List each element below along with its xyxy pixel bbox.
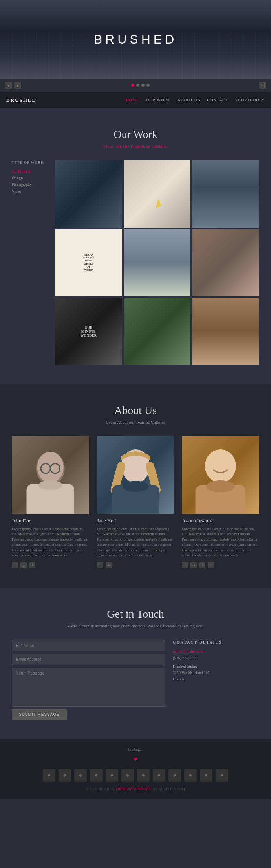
contact-address: 5250 Vanish Island 105 Ubilius <box>173 670 259 682</box>
dot-1[interactable] <box>131 84 134 87</box>
footer-icon-1[interactable]: ◆ <box>43 769 55 782</box>
ourwork-title: Our Work <box>12 128 259 141</box>
next-arrow[interactable]: › <box>14 82 21 89</box>
footer-icon-4[interactable]: ◆ <box>90 769 103 782</box>
email-input[interactable] <box>12 654 165 665</box>
svg-point-3 <box>38 480 62 490</box>
name-input[interactable] <box>12 640 165 651</box>
filter-video[interactable]: Video <box>12 189 47 193</box>
footer-heart: ♥ <box>8 756 263 763</box>
social-facebook-1[interactable]: f <box>29 562 35 568</box>
footer-loading: loading... <box>8 747 263 752</box>
work-item-5[interactable] <box>124 229 191 296</box>
work-item-4[interactable]: WE CANCLEARLYONLYWISELYWEPASSION <box>55 229 122 296</box>
contact-subtitle: We're currently accepting new client pro… <box>12 623 259 628</box>
member-1-socials: t p f <box>12 562 89 568</box>
thumb-water <box>124 229 191 296</box>
dot-3[interactable] <box>141 84 145 87</box>
footer-icon-12[interactable]: ◆ <box>216 769 228 782</box>
nav-home[interactable]: HOME <box>126 98 139 102</box>
team-photo-3 <box>182 436 259 514</box>
social-twitter-3[interactable]: t <box>182 562 188 568</box>
thumb-mountain <box>192 160 259 228</box>
footer-icon-3[interactable]: ◆ <box>74 769 87 782</box>
footer-icon-5[interactable]: ◆ <box>106 769 118 782</box>
social-linkedin-3[interactable]: in <box>190 562 197 568</box>
member-3-name: Joshua Insanus <box>182 518 259 524</box>
work-item-7[interactable]: ONEMINUTEWONDER <box>55 298 122 365</box>
work-item-6[interactable] <box>192 229 259 296</box>
nav-shortcodes[interactable]: SHORTCODES <box>235 98 265 102</box>
slider-controls: ‹ › ⛶ <box>0 79 271 92</box>
member-2-name: Jane Helf <box>97 518 174 524</box>
contact-section: Get in Touch We're currently accepting n… <box>0 588 271 739</box>
aboutus-section: About Us Learn About our Team & Culture.… <box>0 384 271 588</box>
slider-arrows: ‹ › <box>5 82 21 89</box>
work-item-9[interactable] <box>192 298 259 365</box>
social-twitter-1[interactable]: t <box>12 562 18 568</box>
filter-photography[interactable]: Photography <box>12 182 47 187</box>
contact-sidebar: CONTACT DETAILS hello@brushed.com (916) … <box>173 640 259 720</box>
hero-section: BRUSHED <box>0 0 271 79</box>
thumb-interior <box>124 160 191 228</box>
contact-email[interactable]: hello@brushed.com <box>173 649 259 653</box>
navbar-links: HOME OUR WORK ABOUT US CONTACT SHORTCODE… <box>126 98 265 102</box>
svg-point-12 <box>206 480 235 492</box>
team-photo-1 <box>12 436 89 514</box>
thumb-bw: ONEMINUTEWONDER <box>55 298 122 365</box>
navbar-brand: BRUSHED <box>6 97 37 103</box>
work-layout: TYPE OF WORK All Projects Design Photogr… <box>12 160 259 365</box>
social-twitter-2[interactable]: t <box>97 562 103 568</box>
prev-arrow[interactable]: ‹ <box>5 82 12 89</box>
aboutus-subtitle: Learn About our Team & Culture. <box>12 420 259 425</box>
social-skype-3[interactable]: s <box>199 562 205 568</box>
footer-icon-7[interactable]: ◆ <box>137 769 150 782</box>
subtitle-link[interactable]: Dribbble. <box>151 144 168 149</box>
sidebar-title: TYPE OF WORK <box>12 160 47 164</box>
member-3-desc: Lorem ipsum dolor sit amet, consectetur … <box>182 526 259 558</box>
social-instagram-2[interactable]: in <box>106 562 112 568</box>
filter-design[interactable]: Design <box>12 176 47 180</box>
social-pinterest-1[interactable]: p <box>20 562 27 568</box>
nav-aboutus[interactable]: ABOUT US <box>178 98 200 102</box>
ourwork-subtitle: Check Out Our Projects on Dribbble. <box>12 144 259 149</box>
subtitle-prefix: Check Out Our Projects on <box>103 144 150 149</box>
work-item-8[interactable] <box>124 298 191 365</box>
work-item-2[interactable] <box>124 160 191 228</box>
contact-form: SUBMIT MESSAGE <box>12 640 165 720</box>
member-2-desc: Lorem ipsum dolor sit amet, consectetur … <box>97 526 174 558</box>
footer-icon-2[interactable]: ◆ <box>59 769 71 782</box>
dot-4[interactable] <box>146 84 150 87</box>
footer-icon-9[interactable]: ◆ <box>168 769 181 782</box>
work-item-1[interactable] <box>55 160 122 228</box>
nav-contact[interactable]: CONTACT <box>207 98 228 102</box>
work-item-3[interactable] <box>192 160 259 228</box>
footer-icon-10[interactable]: ◆ <box>184 769 197 782</box>
expand-icon[interactable]: ⛶ <box>259 82 266 89</box>
footer-icon-8[interactable]: ◆ <box>153 769 165 782</box>
contact-company: Brushed Studio <box>173 664 259 668</box>
nav-ourwork[interactable]: OUR WORK <box>146 98 170 102</box>
contact-title: Get in Touch <box>12 608 259 620</box>
dot-2[interactable] <box>136 84 139 87</box>
footer-icons: ◆ ◆ ◆ ◆ ◆ ◆ ◆ ◆ ◆ ◆ ◆ ◆ <box>8 769 263 782</box>
svg-point-9 <box>123 481 149 491</box>
team-photo-2 <box>97 436 174 514</box>
footer-icon-11[interactable]: ◆ <box>200 769 212 782</box>
aboutus-title: About Us <box>12 404 259 417</box>
social-vimeo-3[interactable]: v <box>208 562 214 568</box>
ourwork-section: Our Work Check Out Our Projects on Dribb… <box>0 108 271 384</box>
member-1-name: John Doe <box>12 518 89 524</box>
submit-button[interactable]: SUBMIT MESSAGE <box>12 709 67 720</box>
footer-icon-6[interactable]: ◆ <box>121 769 134 782</box>
message-input[interactable] <box>12 668 165 707</box>
team-member-1: John Doe Lorem ipsum dolor sit amet, con… <box>12 436 89 568</box>
contact-details-title: CONTACT DETAILS <box>173 640 259 644</box>
contact-phone: (916) 275-2525 <box>173 656 259 660</box>
thumb-pier <box>192 298 259 365</box>
thumb-wood <box>192 229 259 296</box>
team-member-3: Joshua Insanus Lorem ipsum dolor sit ame… <box>182 436 259 568</box>
footer-copyright: © 2013 BRUSHED. PREMIUM TEMPLATE. BY AUR… <box>8 787 263 791</box>
filter-all[interactable]: All Projects <box>12 169 47 173</box>
thumb-road <box>124 298 191 365</box>
